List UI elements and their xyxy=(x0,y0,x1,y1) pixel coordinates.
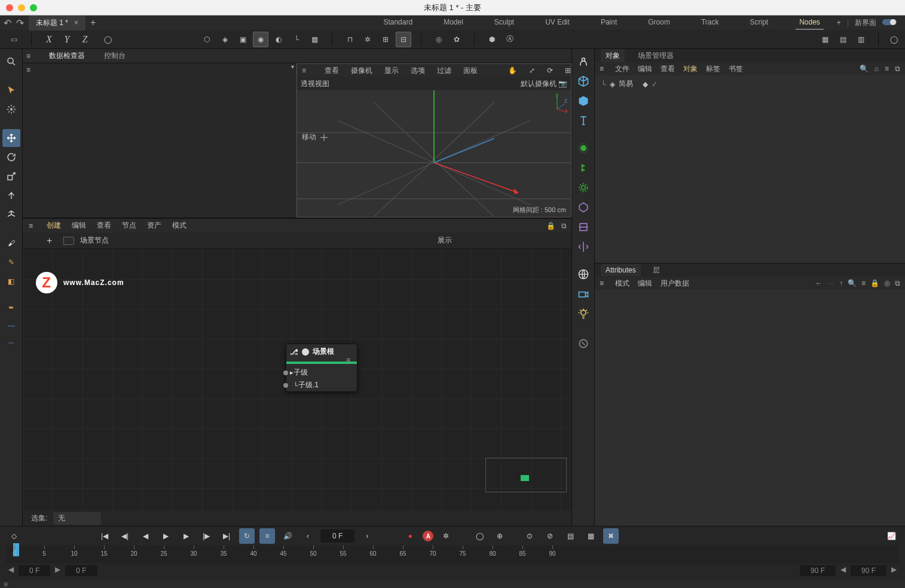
om-search-icon[interactable]: 🔍 xyxy=(860,65,869,73)
extrude-tool-icon[interactable]: ◧ xyxy=(2,272,20,290)
current-frame-field[interactable]: 0 F xyxy=(320,529,354,543)
orientation-icon[interactable]: ◯ xyxy=(100,32,115,47)
spline-pen-icon[interactable]: ✒ xyxy=(2,299,20,317)
symmetry-icon[interactable] xyxy=(574,238,592,256)
layout-tab-model[interactable]: Model xyxy=(440,16,467,30)
close-window[interactable] xyxy=(6,4,13,11)
attr-filter-icon[interactable]: ≡ xyxy=(861,279,866,287)
key-link-icon[interactable]: ⊘ xyxy=(542,528,558,544)
cube-solid-icon[interactable] xyxy=(574,92,592,110)
key-spline-icon[interactable]: ▦ xyxy=(583,528,598,544)
fcurve-icon[interactable]: 📈 xyxy=(883,528,899,544)
inspector-menu-icon[interactable] xyxy=(26,52,33,60)
material-edit-icon[interactable] xyxy=(574,335,592,353)
layout-tab-paint[interactable]: Paint xyxy=(597,16,620,30)
gear-icon[interactable] xyxy=(2,100,20,118)
axis-lines-icon[interactable]: └ xyxy=(289,32,304,47)
quantize-icon[interactable]: ⊟ xyxy=(396,32,411,47)
range-next-icon[interactable]: ▶ xyxy=(55,565,60,576)
prev-key-icon[interactable]: ◀| xyxy=(117,528,133,544)
range-prev-icon[interactable]: ◀ xyxy=(8,565,14,576)
range-end2-field[interactable]: 90 F xyxy=(851,565,886,576)
vp-dolly-icon[interactable]: ⤢ xyxy=(529,66,535,75)
mode-texture-icon[interactable]: ◐ xyxy=(271,32,286,47)
om-burger-icon[interactable] xyxy=(600,65,607,73)
ne-popout-icon[interactable]: ⧉ xyxy=(561,222,567,230)
attr-menu-userdata[interactable]: 用户数据 xyxy=(661,278,689,289)
snap-grid-icon[interactable]: ⊞ xyxy=(378,32,393,47)
reset-layout-icon[interactable]: ▭ xyxy=(6,32,22,47)
tab-scene-manager[interactable]: 场景管理器 xyxy=(638,51,674,61)
mode-workplane-icon[interactable]: ▦ xyxy=(307,32,322,47)
knife-tool-icon[interactable]: ✎ xyxy=(2,253,20,271)
axis-x-button[interactable]: X xyxy=(41,32,57,47)
minimize-window[interactable] xyxy=(18,4,25,11)
ne-menu-nodes[interactable]: 节点 xyxy=(122,220,136,231)
node-port-0[interactable]: 子级 xyxy=(293,368,308,378)
keyframe-diamond-icon[interactable]: ◇ xyxy=(6,528,22,544)
port-dot[interactable] xyxy=(283,383,288,388)
axis-move-icon[interactable] xyxy=(2,186,20,204)
mode-model-icon[interactable]: ◉ xyxy=(253,32,268,47)
layout-tab-nodes[interactable]: Nodes xyxy=(796,16,824,30)
ne-menu-view[interactable]: 查看 xyxy=(97,220,111,231)
document-tab[interactable]: 未标题 1 * × xyxy=(29,16,85,30)
next-key-icon[interactable]: |▶ xyxy=(198,528,214,544)
loop-icon[interactable]: ↻ xyxy=(239,528,255,544)
search-icon[interactable] xyxy=(2,53,20,71)
circle-a-icon[interactable]: Ⓐ xyxy=(502,32,518,47)
visibility-icon[interactable]: ✓ xyxy=(652,80,658,88)
port-dot[interactable] xyxy=(283,370,288,375)
attr-back-icon[interactable]: ← xyxy=(815,279,823,287)
key-filter-icon[interactable]: ▤ xyxy=(562,528,578,544)
attr-search-icon[interactable]: 🔍 xyxy=(848,279,857,287)
om-home-icon[interactable]: ⌂ xyxy=(875,65,879,73)
generator-icon[interactable] xyxy=(574,159,592,177)
om-menu-bookmarks[interactable]: 书签 xyxy=(729,64,743,74)
object-item[interactable]: └ ◈ 简易 ◆ ✓ xyxy=(598,78,901,90)
key-all-icon[interactable]: ◯ xyxy=(472,528,487,544)
spline-arc-icon[interactable]: ⌒ xyxy=(2,337,20,355)
render-view-icon[interactable]: ▦ xyxy=(817,32,833,47)
live-select-icon[interactable] xyxy=(2,81,20,99)
play-icon[interactable]: ▶ xyxy=(158,528,173,544)
range-end-field[interactable]: 90 F xyxy=(800,565,836,576)
sound-icon[interactable]: 🔊 xyxy=(280,528,295,544)
deformer-icon[interactable] xyxy=(574,218,592,236)
statusbar-menu-icon[interactable] xyxy=(4,580,11,588)
axis-y-button[interactable]: Y xyxy=(59,32,75,47)
viewport-canvas[interactable]: 移动 y z x 网格间距 : 500 cm xyxy=(297,90,571,217)
attr-menu-edit[interactable]: 编辑 xyxy=(638,278,652,289)
om-popout-icon[interactable]: ⧉ xyxy=(895,65,900,73)
node-canvas[interactable]: Z www.MacZ.com ⎇ 场景根 ▸ 子级 └ 子级.1 xyxy=(23,249,571,510)
record-icon[interactable]: ● xyxy=(402,528,418,544)
target-icon[interactable]: ◎ xyxy=(431,32,447,47)
object-list[interactable]: └ ◈ 简易 ◆ ✓ xyxy=(595,75,905,263)
deformer-field-icon[interactable] xyxy=(574,139,592,157)
move-tool-icon[interactable] xyxy=(2,129,20,147)
range-start-field[interactable]: 0 F xyxy=(19,565,50,576)
key-marker-icon[interactable]: ✖ xyxy=(603,528,619,544)
layout-tab-uv-edit[interactable]: UV Edit xyxy=(542,16,573,30)
text-spline-icon[interactable] xyxy=(574,112,592,130)
material-ball-icon[interactable]: ◯ xyxy=(886,32,901,47)
mode-points-icon[interactable]: ⬡ xyxy=(199,32,215,47)
attr-burger-icon[interactable] xyxy=(600,279,607,287)
mode-edges-icon[interactable]: ◈ xyxy=(217,32,233,47)
camera-icon[interactable] xyxy=(574,285,592,303)
ne-burger-icon[interactable] xyxy=(29,222,36,230)
viewport-camera[interactable]: 默认摄像机 📷 xyxy=(521,79,567,89)
volume-icon[interactable] xyxy=(574,198,592,216)
vp-menu-cameras[interactable]: 摄像机 xyxy=(351,66,372,76)
timeline-settings-icon[interactable]: ≡ xyxy=(259,528,275,544)
viewport-burger-icon[interactable] xyxy=(302,66,309,75)
ne-menu-edit[interactable]: 编辑 xyxy=(72,220,86,231)
light-icon[interactable] xyxy=(574,305,592,323)
tab-attributes[interactable]: Attributes xyxy=(601,264,641,276)
inspector-burger-icon[interactable] xyxy=(26,66,33,74)
ne-tag-icon[interactable] xyxy=(63,237,74,245)
om-filter-icon[interactable]: ≡ xyxy=(885,65,889,73)
undo-button[interactable]: ↶ xyxy=(4,17,11,29)
viewport-axes-widget[interactable]: y z x xyxy=(547,94,567,114)
prev-frame-nav-icon[interactable]: ‹ xyxy=(300,528,316,544)
